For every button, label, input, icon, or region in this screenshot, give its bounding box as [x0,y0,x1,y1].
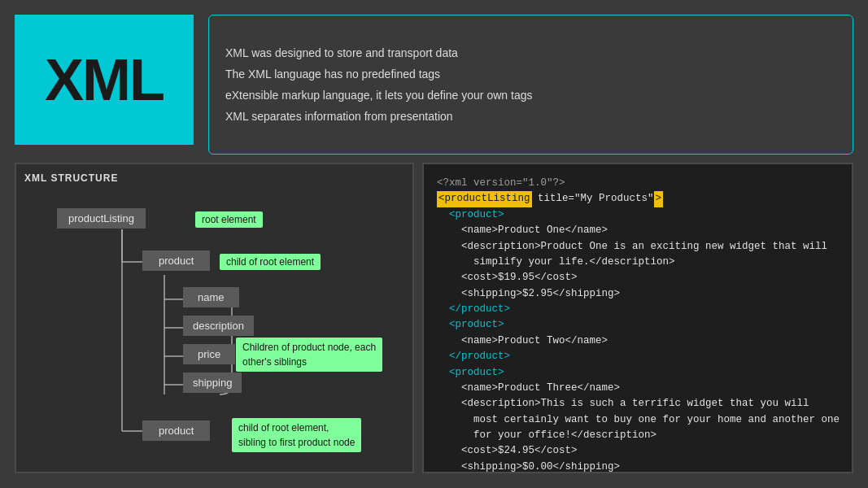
label-child-sibling: child of root element, sibling to first … [232,418,361,452]
code-line-19: <shipping>$0.00</shipping> [437,460,839,473]
node-description: description [183,316,254,336]
sibling-label-line1: child of root element, [238,420,355,435]
label-child-root: child of root element [220,254,321,270]
node-price: price [183,344,235,364]
xml-info-box: XML was designed to store and transport … [208,15,853,155]
node-product2: product [142,420,210,441]
code-line-11: <name>Product Two</name> [437,333,839,349]
code-line-9: </product> [437,302,839,317]
structure-panel: XML STRUCTURE [15,163,414,473]
node-product1: product [142,251,210,271]
code-line-13: <product> [437,365,839,381]
code-line-15: <description>This is such a terrific wid… [437,396,839,412]
code-line-6: simplify your life.</description> [437,255,839,270]
children-label-line1: Children of product node, each [242,340,376,355]
code-line-4: <name>Product One</name> [437,223,839,238]
code-line-18: <cost>$24.95</cost> [437,443,839,459]
code-line-1: <?xml version="1.0"?> [437,176,839,191]
label-root-element: root element [195,211,263,228]
tree-container: productListing root element product chil… [24,195,404,462]
node-name: name [183,287,239,307]
bottom-section: XML STRUCTURE [0,163,868,488]
label-children-product: Children of product node, each other's s… [236,338,382,372]
code-line-12: </product> [437,349,839,364]
node-shipping: shipping [183,373,242,393]
node-productListing: productListing [57,208,146,229]
info-item-4: XML separates information from presentat… [225,110,836,123]
children-label-line2: other's siblings [242,355,376,369]
info-item-3: eXtensible markup language, it lets you … [225,89,836,102]
code-line-10: <product> [437,317,839,333]
top-section: XML XML was designed to store and transp… [0,0,868,163]
structure-title: XML STRUCTURE [24,172,404,184]
xml-logo: XML [45,46,164,113]
code-line-5: <description>Product One is an exciting … [437,239,839,255]
code-line-8: <shipping>$2.95</shipping> [437,286,839,302]
info-item-2: The XML language has no predefined tags [225,68,836,81]
code-line-2: <productListing title="My Products"> [437,191,839,207]
code-line-16: most certainly want to buy one for your … [437,412,839,428]
code-panel: <?xml version="1.0"?> <productListing ti… [422,163,853,473]
code-line-7: <cost>$19.95</cost> [437,270,839,285]
sibling-label-line2: sibling to first product node [238,435,355,450]
code-line-14: <name>Product Three</name> [437,381,839,396]
code-line-17: for your office!</description> [437,428,839,443]
xml-logo-box: XML [15,15,194,145]
info-item-1: XML was designed to store and transport … [225,46,836,59]
code-line-3: <product> [437,207,839,223]
